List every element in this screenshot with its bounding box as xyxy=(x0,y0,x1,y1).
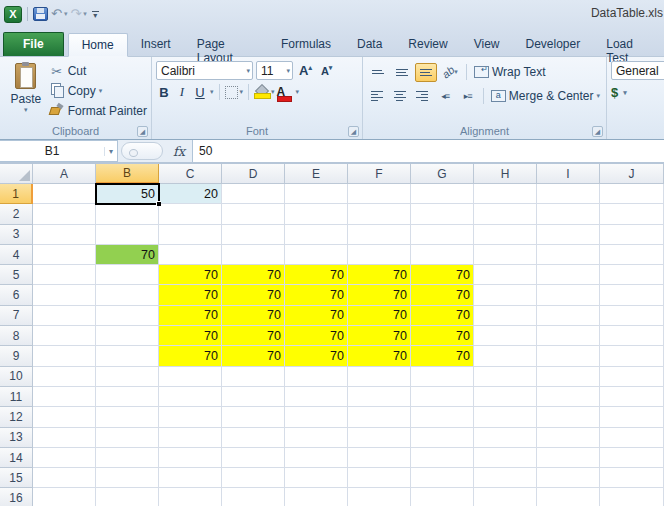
cell-c16[interactable] xyxy=(159,488,222,506)
name-box-dropdown-icon[interactable]: ▾ xyxy=(104,147,117,156)
cell-h9[interactable] xyxy=(474,346,537,366)
cell-a8[interactable] xyxy=(33,326,96,346)
cell-a11[interactable] xyxy=(33,387,96,407)
cell-i15[interactable] xyxy=(537,468,600,488)
cell-a10[interactable] xyxy=(33,367,96,387)
cell-j3[interactable] xyxy=(600,225,664,245)
copy-dropdown-icon[interactable]: ▾ xyxy=(99,87,103,95)
row-header-9[interactable]: 9 xyxy=(0,346,33,366)
cell-i9[interactable] xyxy=(537,346,600,366)
cell-g15[interactable] xyxy=(411,468,474,488)
cell-c6[interactable]: 70 xyxy=(159,285,222,305)
cell-h3[interactable] xyxy=(474,225,537,245)
row-header-1[interactable]: 1 xyxy=(0,184,33,204)
column-header-i[interactable]: I xyxy=(537,164,600,184)
cell-d3[interactable] xyxy=(222,225,285,245)
number-format-combo[interactable]: General ▾ xyxy=(611,61,664,80)
shrink-font-button[interactable]: A▾ xyxy=(318,64,335,77)
cell-b9[interactable] xyxy=(96,346,159,366)
cell-j10[interactable] xyxy=(600,367,664,387)
column-header-c[interactable]: C xyxy=(159,164,222,184)
cell-e6[interactable]: 70 xyxy=(285,285,348,305)
cell-b13[interactable] xyxy=(96,428,159,448)
middle-align-button[interactable] xyxy=(391,63,413,82)
cell-h16[interactable] xyxy=(474,488,537,506)
cell-j8[interactable] xyxy=(600,326,664,346)
font-size-combo[interactable]: 11 ▾ xyxy=(256,61,293,80)
cell-g14[interactable] xyxy=(411,448,474,468)
cell-e1[interactable] xyxy=(285,184,348,204)
cell-e13[interactable] xyxy=(285,428,348,448)
tab-home[interactable]: Home xyxy=(68,33,128,57)
cell-b3[interactable] xyxy=(96,225,159,245)
column-header-h[interactable]: H xyxy=(474,164,537,184)
cell-e3[interactable] xyxy=(285,225,348,245)
cell-a7[interactable] xyxy=(33,306,96,326)
cell-h15[interactable] xyxy=(474,468,537,488)
merge-center-button[interactable]: Merge & Center ▾ xyxy=(489,89,602,103)
cell-f12[interactable] xyxy=(348,407,411,427)
tab-file[interactable]: File xyxy=(3,32,64,56)
cell-b8[interactable] xyxy=(96,326,159,346)
cell-f1[interactable] xyxy=(348,184,411,204)
cell-f16[interactable] xyxy=(348,488,411,506)
font-name-combo[interactable]: Calibri ▾ xyxy=(156,61,253,80)
cell-d5[interactable]: 70 xyxy=(222,265,285,285)
row-header-10[interactable]: 10 xyxy=(0,367,33,387)
cell-c2[interactable] xyxy=(159,204,222,224)
cell-h10[interactable] xyxy=(474,367,537,387)
grow-font-button[interactable]: A▴ xyxy=(296,63,315,78)
column-header-f[interactable]: F xyxy=(348,164,411,184)
cell-a12[interactable] xyxy=(33,407,96,427)
cell-j16[interactable] xyxy=(600,488,664,506)
orientation-button[interactable]: ab▾ xyxy=(439,63,461,82)
cell-a1[interactable] xyxy=(33,184,96,204)
cell-c12[interactable] xyxy=(159,407,222,427)
cell-g7[interactable]: 70 xyxy=(411,306,474,326)
row-header-4[interactable]: 4 xyxy=(0,245,33,265)
cell-a4[interactable] xyxy=(33,245,96,265)
cell-i4[interactable] xyxy=(537,245,600,265)
increase-indent-button[interactable]: ▸≡ xyxy=(457,87,478,106)
format-painter-button[interactable]: Format Painter xyxy=(48,101,147,121)
row-header-2[interactable]: 2 xyxy=(0,204,33,224)
cell-i7[interactable] xyxy=(537,306,600,326)
tab-formulas[interactable]: Formulas xyxy=(268,33,344,56)
cell-i2[interactable] xyxy=(537,204,600,224)
cell-c4[interactable] xyxy=(159,245,222,265)
cell-e15[interactable] xyxy=(285,468,348,488)
top-align-button[interactable] xyxy=(367,63,389,82)
font-color-dropdown-icon[interactable]: ▾ xyxy=(296,88,300,96)
cell-a16[interactable] xyxy=(33,488,96,506)
italic-button[interactable]: I xyxy=(174,84,190,100)
cell-g11[interactable] xyxy=(411,387,474,407)
customize-qat-icon[interactable]: ▾ xyxy=(92,11,99,18)
cell-g8[interactable]: 70 xyxy=(411,326,474,346)
cell-b5[interactable] xyxy=(96,265,159,285)
currency-dropdown-icon[interactable]: ▾ xyxy=(623,89,627,97)
cell-g6[interactable]: 70 xyxy=(411,285,474,305)
borders-icon[interactable] xyxy=(225,86,238,99)
cell-j5[interactable] xyxy=(600,265,664,285)
cell-c8[interactable]: 70 xyxy=(159,326,222,346)
row-header-8[interactable]: 8 xyxy=(0,326,33,346)
cell-h7[interactable] xyxy=(474,306,537,326)
cell-i10[interactable] xyxy=(537,367,600,387)
cell-i14[interactable] xyxy=(537,448,600,468)
cell-c1[interactable]: 20 xyxy=(159,184,222,204)
cell-e12[interactable] xyxy=(285,407,348,427)
name-box[interactable]: B1 ▾ xyxy=(0,140,118,162)
save-icon[interactable] xyxy=(33,7,48,21)
column-header-b[interactable]: B xyxy=(96,164,159,184)
cell-g9[interactable]: 70 xyxy=(411,346,474,366)
row-header-6[interactable]: 6 xyxy=(0,285,33,305)
tab-developer[interactable]: Developer xyxy=(513,33,594,56)
cell-g5[interactable]: 70 xyxy=(411,265,474,285)
paste-dropdown-icon[interactable]: ▾ xyxy=(24,106,28,114)
cell-b16[interactable] xyxy=(96,488,159,506)
fill-color-dropdown-icon[interactable]: ▾ xyxy=(271,88,275,96)
clipboard-dialog-launcher-icon[interactable]: ◢ xyxy=(137,126,148,137)
tab-page-layout[interactable]: Page Layout xyxy=(184,33,268,56)
copy-button[interactable]: Copy ▾ xyxy=(48,81,147,101)
cell-i12[interactable] xyxy=(537,407,600,427)
